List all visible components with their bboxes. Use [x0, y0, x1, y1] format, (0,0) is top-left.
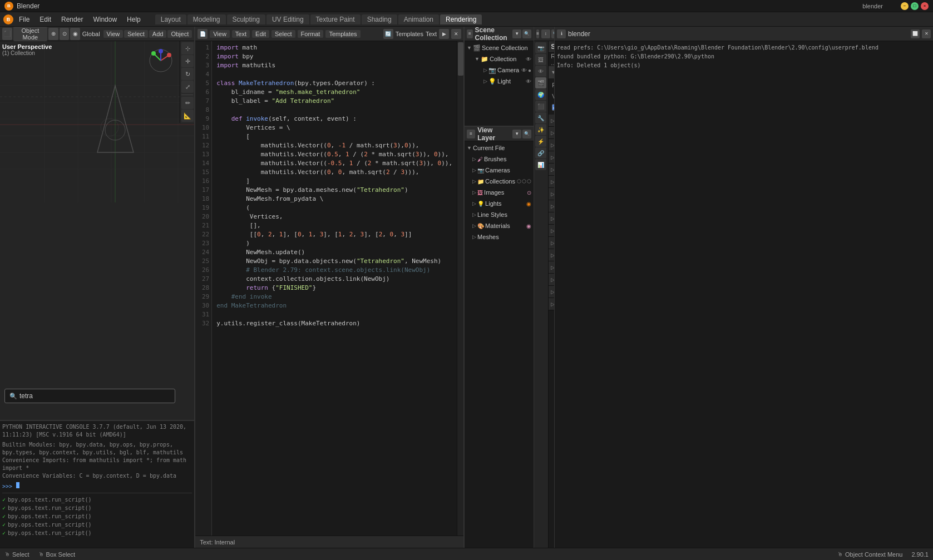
viewlayer-materials[interactable]: ▷ 🎨 Materials ◉ [466, 220, 532, 231]
prop-tab-output[interactable]: 🖼 [535, 54, 546, 65]
tool-move[interactable]: ✛ [181, 55, 194, 67]
ws-animation[interactable]: Animation [398, 14, 439, 24]
motion-blur-section[interactable]: ▷ Motion Blur [549, 176, 554, 188]
viewlayer-filter-icon[interactable]: ▼ [512, 130, 521, 138]
prop-tab-scene[interactable]: 🎬 [535, 77, 546, 88]
code-scrollbar-thumb[interactable] [458, 42, 463, 76]
performance-section[interactable]: ▷ Performance [549, 200, 554, 212]
ws-shading[interactable]: Shading [362, 14, 397, 24]
ambient-occlusion-section[interactable]: ▷ Ambient Occlusion [549, 115, 554, 127]
tool-annotate[interactable]: ✏ [181, 97, 194, 109]
tool-cursor[interactable]: ⊹ [181, 42, 194, 54]
ws-uv-editing[interactable]: UV Editing [266, 14, 309, 24]
select-label: Select [12, 551, 29, 558]
prop-tab-view[interactable]: 👁 [535, 66, 546, 77]
sampling-render-label: Render [552, 82, 554, 88]
viewlayer-line-styles[interactable]: ▷ Line Styles [466, 209, 532, 220]
viewlayer-panel: ≡ View Layer ▼ 🔍 ▼ Current File ▷ [465, 127, 534, 548]
vp-object-mode[interactable]: Object Mode [13, 27, 48, 41]
prop-tab-object[interactable]: ⬛ [535, 101, 546, 112]
script-sync-icon[interactable]: 🔄 [383, 29, 393, 39]
script-templates-btn[interactable]: Templates [325, 30, 360, 38]
search-input[interactable] [19, 392, 170, 400]
viewlayer-meshes[interactable]: ▷ Meshes [466, 231, 532, 242]
ws-rendering[interactable]: Rendering [440, 14, 482, 24]
viewlayer-brushes[interactable]: ▷ 🖌 Brushes [466, 153, 532, 165]
outliner-collection[interactable]: ▼ 📁 Collection 👁 [466, 53, 532, 65]
menu-window[interactable]: Window [88, 14, 121, 24]
tool-measure[interactable]: 📐 [181, 110, 194, 122]
ws-texture-paint[interactable]: Texture Paint [310, 14, 361, 24]
shadows-section[interactable]: ▷ Shadows [549, 225, 554, 237]
vp-add[interactable]: Add [149, 30, 167, 38]
outliner-camera[interactable]: ▷ 📷 Camera 👁 ● [466, 65, 532, 76]
film-section[interactable]: ▷ Film [549, 249, 554, 261]
freestyle-section[interactable]: ▷ Freestyle [549, 286, 554, 298]
menu-render[interactable]: Render [57, 14, 87, 24]
outliner-filter-icon[interactable]: ▼ [512, 29, 521, 38]
sss-section[interactable]: ▷ Subsurface Scattering [549, 151, 554, 163]
ws-modeling[interactable]: Modeling [187, 14, 226, 24]
vp-select[interactable]: Select [124, 30, 148, 38]
prop-tab-modifier[interactable]: 🔧 [535, 112, 546, 123]
grease-pencil-section[interactable]: ▷ Grease Pencil [549, 274, 554, 286]
vp-view[interactable]: View [103, 30, 124, 38]
script-select-btn[interactable]: Select [271, 30, 295, 38]
outliner-search-icon[interactable]: 🔍 [522, 29, 531, 38]
ws-layout[interactable]: Layout [155, 14, 186, 24]
log-close-icon[interactable]: ✕ [922, 29, 931, 38]
bloom-section[interactable]: ▷ Bloom [549, 127, 554, 139]
code-editor[interactable]: 12345 678910 1112131415 1617181920 21222… [195, 41, 463, 536]
viewlayer-search-icon[interactable]: 🔍 [522, 130, 531, 138]
code-content[interactable]: import math import bpy import mathutils … [212, 41, 457, 536]
tool-rotate[interactable]: ↻ [181, 68, 194, 80]
viewport-cursor-icon[interactable]: ⊙ [60, 28, 70, 40]
viewlayer-cameras[interactable]: ▷ 📷 Cameras [466, 165, 532, 176]
prop-tab-constraints[interactable]: 🔗 [535, 147, 546, 158]
ws-sculpting[interactable]: Sculpting [227, 14, 265, 24]
prop-tab-render[interactable]: 📷 [535, 42, 546, 53]
simplify-section[interactable]: ▷ Simplify [549, 261, 554, 274]
outliner-scene-collection[interactable]: ▼ 🎬 Scene Collection [466, 42, 532, 53]
vp-object[interactable]: Object [167, 30, 192, 38]
menu-help[interactable]: Help [122, 14, 145, 24]
prop-tab-physics[interactable]: ⚡ [535, 136, 546, 147]
script-run-icon[interactable]: ▶ [439, 29, 449, 39]
props-sort-icon[interactable]: ↕ [541, 29, 550, 38]
prop-tab-data[interactable]: 📊 [535, 159, 546, 170]
dof-section[interactable]: ▷ Depth of Field [549, 139, 554, 151]
viewport-global-icon[interactable]: ◉ [70, 28, 80, 40]
code-scrollbar[interactable] [457, 41, 463, 536]
outliner-light[interactable]: ▷ 💡 Light 👁 [466, 76, 532, 87]
script-view-btn[interactable]: View [210, 30, 230, 38]
viewlayer-lights[interactable]: ▷ 💡 Lights ◉ [466, 198, 532, 209]
log-header: ℹ blender ⬜ ✕ [555, 27, 933, 41]
sampling-header[interactable]: ▼ Sampling [549, 66, 554, 78]
ssr-section[interactable]: ▷ Screen Space Reflecti... [549, 163, 554, 176]
tool-scale[interactable]: ⤢ [181, 81, 194, 93]
menu-logo[interactable]: B [3, 14, 13, 24]
prop-tab-particles[interactable]: ✨ [535, 124, 546, 135]
volumetrics-section[interactable]: ▷ Volumetrics [549, 188, 554, 200]
box-select-label: Box Select [46, 551, 76, 558]
hair-section[interactable]: ▷ Hair [549, 212, 554, 225]
viewlayer-current-file[interactable]: ▼ Current File [466, 142, 532, 153]
script-edit-btn[interactable]: Edit [252, 30, 269, 38]
menu-file[interactable]: File [14, 14, 34, 24]
script-format-btn[interactable]: Format [298, 30, 324, 38]
viewport-denoising-checkbox[interactable]: ✓ [552, 104, 554, 111]
viewlayer-images[interactable]: ▷ 🖼 Images ⊙ [466, 187, 532, 198]
log-window-icon[interactable]: ⬜ [911, 29, 920, 38]
color-management-section[interactable]: ▷ Color Management [549, 298, 554, 310]
script-text-btn[interactable]: Text [232, 30, 250, 38]
maximize-button[interactable]: □ [911, 2, 919, 10]
close-button[interactable]: × [921, 2, 929, 10]
indirect-lighting-section[interactable]: ▷ Indirect Lighting [549, 237, 554, 249]
minimize-button[interactable]: − [901, 2, 909, 10]
title-bar-right-title: blender [862, 3, 883, 9]
prop-tab-world[interactable]: 🌍 [535, 89, 546, 100]
menu-edit[interactable]: Edit [35, 14, 56, 24]
viewlayer-collections[interactable]: ▷ 📁 Collections ⬡ ⬡ ⬡ [466, 176, 532, 187]
viewport-navigate-icon[interactable]: ⊕ [48, 28, 58, 40]
script-close-icon[interactable]: ✕ [451, 29, 461, 39]
